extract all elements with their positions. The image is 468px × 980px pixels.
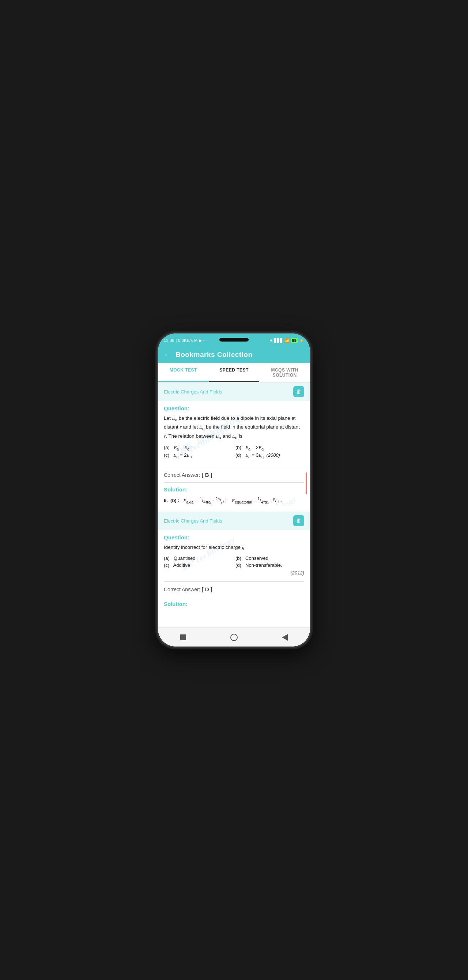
option-2b: (b) Conserved — [236, 555, 304, 561]
answer-row-2: Correct Answer: [ D ] — [158, 582, 310, 597]
phone-frame: 13:38 | 0.0KB/s M ▶ ··· ✱ ▋▋▋ 📶 99 ⚡ ← B… — [157, 333, 311, 647]
correct-label-1: Correct Answer: — [164, 472, 201, 478]
back-button[interactable]: ← — [164, 350, 171, 359]
solution-label-1: Solution: — [158, 483, 310, 494]
question-text-1: Let Ea be the electric field due to a di… — [164, 414, 304, 441]
power-button[interactable] — [310, 396, 311, 421]
option-1d: (d) Ea = 3Eq (2000) — [236, 452, 304, 459]
bottom-nav — [158, 627, 310, 646]
correct-label-2: Correct Answer: — [164, 587, 201, 592]
bluetooth-icon: ✱ — [269, 338, 273, 343]
nav-back-button[interactable] — [280, 632, 290, 643]
question-label-2: Question: — [164, 534, 304, 541]
question-label-1: Question: — [164, 405, 304, 411]
wifi-icon: 📶 — [285, 338, 290, 343]
status-time-network: 13:38 | 0.0KB/s M ▶ ··· — [164, 338, 207, 343]
question-text-2: Identify incorrect for electric charge q — [164, 543, 304, 551]
option-2d: (d) Non-transferable. — [236, 562, 304, 568]
nav-home-button[interactable] — [229, 632, 239, 643]
back-icon — [282, 634, 288, 641]
option-1a: (a) Ea = Eq — [164, 445, 232, 451]
tab-speed-test[interactable]: SPEED TEST — [209, 363, 259, 382]
network-speed: 0.0KB/s — [178, 338, 193, 343]
status-icons: ✱ ▋▋▋ 📶 99 ⚡ — [269, 338, 304, 343]
charging-icon: ⚡ — [299, 338, 304, 343]
square-icon — [180, 635, 186, 640]
solution-body-1: logy 6. (b) : Eaxial = 1/4πε₀ · 2p/r³ ; … — [158, 494, 310, 512]
question-body-1: RK Technology Technology Question: Let E… — [158, 401, 310, 467]
camera-notch — [220, 338, 248, 342]
category-title-1: Electric Charges And Fields — [164, 389, 222, 395]
tab-mcqs-solution[interactable]: MCQS WITHSOLUTION — [259, 363, 310, 382]
app-header: ← Bookmarks Collection — [158, 347, 310, 363]
battery-display: 99 — [291, 338, 298, 343]
answer-row-1: Correct Answer: [ B ] — [158, 467, 310, 482]
scroll-indicator — [306, 473, 307, 495]
nav-square-button[interactable] — [178, 632, 188, 643]
signal-icon: ▋▋▋ — [274, 338, 283, 343]
correct-answer-1: [ B ] — [201, 472, 212, 478]
options-grid-2: (a) Quantised (b) Conserved (c) Additive — [164, 555, 304, 568]
question-card-1: Electric Charges And Fields 🗑 RK Technol… — [158, 382, 310, 512]
tabs-bar: MOCK TEST SPEED TEST MCQS WITHSOLUTION — [158, 363, 310, 382]
year-tag-2: (2012) — [164, 570, 304, 576]
option-2a: (a) Quantised — [164, 555, 232, 561]
category-title-2: Electric Charges And Fields — [164, 518, 222, 523]
page-title: Bookmarks Collection — [175, 351, 253, 359]
delete-button-2[interactable]: 🗑 — [293, 515, 304, 526]
option-1c: (c) Eq = 2Ea — [164, 452, 232, 459]
question-card-2: Electric Charges And Fields 🗑 RK Technol… — [158, 512, 310, 619]
time-display: 13:38 — [164, 338, 174, 343]
phone-screen: 13:38 | 0.0KB/s M ▶ ··· ✱ ▋▋▋ 📶 99 ⚡ ← B… — [158, 334, 310, 646]
section-header-1: Electric Charges And Fields 🗑 — [158, 382, 310, 401]
tab-mock-test[interactable]: MOCK TEST — [158, 363, 209, 382]
delete-button-1[interactable]: 🗑 — [293, 386, 304, 397]
correct-answer-2: [ D ] — [201, 586, 212, 592]
option-1b: (b) Ea = 2Eq — [236, 445, 304, 451]
carrier-icon: M ▶ ··· — [194, 338, 207, 343]
content-area[interactable]: Electric Charges And Fields 🗑 RK Technol… — [158, 382, 310, 626]
options-grid-1: (a) Ea = Eq (b) Ea = 2Eq (c) Eq = 2Ea — [164, 445, 304, 459]
home-icon — [230, 634, 238, 641]
option-2c: (c) Additive — [164, 562, 232, 568]
question-body-2: RK Technology Question: Identify incorre… — [158, 530, 310, 581]
section-header-2: Electric Charges And Fields 🗑 — [158, 512, 310, 530]
solution-label-2: Solution: — [158, 597, 310, 608]
watermark-solution-1: logy — [279, 495, 299, 506]
